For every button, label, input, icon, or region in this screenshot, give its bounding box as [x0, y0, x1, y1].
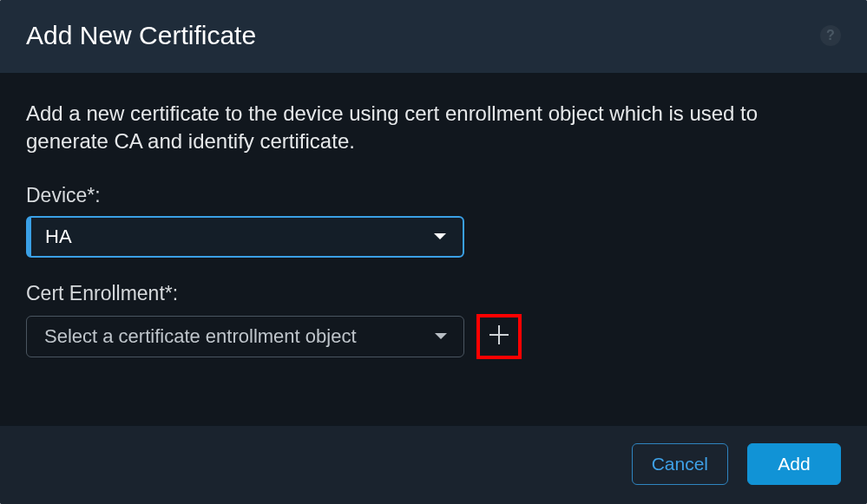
device-selected-value: HA — [45, 226, 72, 248]
cert-enrollment-label: Cert Enrollment*: — [26, 282, 841, 305]
cancel-button[interactable]: Cancel — [632, 443, 728, 485]
cert-enrollment-select[interactable]: Select a certificate entrollment object — [26, 316, 464, 357]
cancel-button-label: Cancel — [652, 454, 708, 475]
dialog-footer: Cancel Add — [0, 425, 867, 504]
add-button[interactable]: Add — [747, 443, 841, 485]
dialog-header: Add New Certificate ? — [0, 0, 867, 74]
dialog-description: Add a new certificate to the device usin… — [26, 100, 841, 156]
dialog-title: Add New Certificate — [26, 21, 256, 50]
add-new-certificate-dialog: Add New Certificate ? Add a new certific… — [0, 0, 867, 504]
cert-enrollment-field-group: Cert Enrollment*: Select a certificate e… — [26, 282, 841, 359]
add-cert-enrollment-button[interactable] — [476, 314, 522, 359]
device-select-row: HA — [26, 216, 841, 258]
help-icon-glyph: ? — [826, 28, 835, 43]
device-select[interactable]: HA — [26, 216, 464, 258]
add-button-label: Add — [778, 454, 810, 475]
chevron-down-icon — [434, 332, 448, 341]
help-icon[interactable]: ? — [820, 25, 841, 46]
cert-enrollment-select-row: Select a certificate entrollment object — [26, 314, 841, 359]
plus-icon — [487, 323, 511, 350]
dialog-body: Add a new certificate to the device usin… — [0, 74, 867, 425]
device-field-group: Device*: HA — [26, 184, 841, 258]
cert-enrollment-placeholder: Select a certificate entrollment object — [44, 325, 357, 348]
device-label: Device*: — [26, 184, 841, 207]
chevron-down-icon — [433, 232, 447, 241]
